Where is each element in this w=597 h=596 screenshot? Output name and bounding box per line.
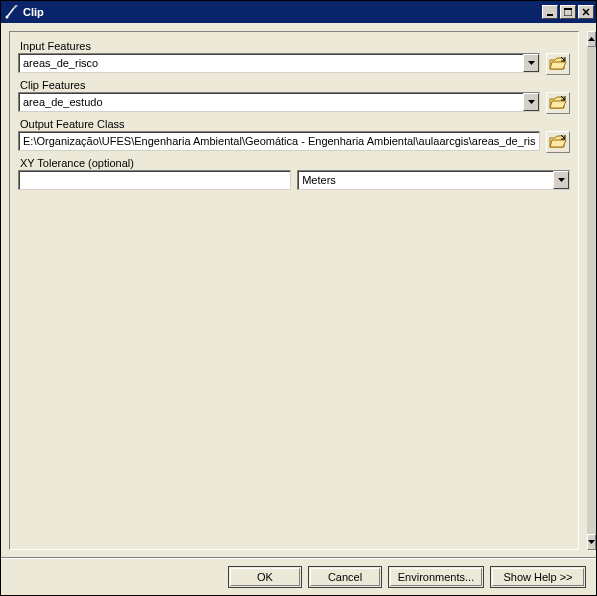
clip-dialog: Clip Input Features	[0, 0, 597, 596]
vertical-scrollbar[interactable]	[587, 31, 596, 550]
output-feature-class-label: Output Feature Class	[18, 116, 570, 131]
ok-button-label: OK	[257, 571, 273, 583]
svg-rect-1	[547, 14, 553, 16]
clip-features-combo[interactable]: area_de_estudo	[18, 92, 540, 112]
input-features-value: areas_de_risco	[19, 57, 523, 69]
scroll-down-button[interactable]	[587, 534, 596, 550]
chevron-down-icon[interactable]	[523, 54, 539, 72]
close-button[interactable]	[578, 5, 594, 19]
show-help-button-label: Show Help >>	[503, 571, 572, 583]
output-feature-class-browse-button[interactable]	[546, 131, 570, 153]
xy-tolerance-units-combo[interactable]: Meters	[297, 170, 570, 190]
output-feature-class-value: E:\Organização\UFES\Engenharia Ambiental…	[19, 135, 539, 147]
output-feature-class-group: Output Feature Class E:\Organização\UFES…	[18, 116, 570, 153]
clip-features-value: area_de_estudo	[19, 96, 523, 108]
ok-button[interactable]: OK	[228, 566, 302, 588]
input-features-group: Input Features areas_de_risco	[18, 38, 570, 75]
form-panel-outer: Input Features areas_de_risco	[1, 23, 587, 558]
xy-tolerance-group: XY Tolerance (optional) Meters	[18, 155, 570, 190]
svg-point-0	[6, 16, 9, 19]
clip-features-browse-button[interactable]	[546, 92, 570, 114]
form-panel: Input Features areas_de_risco	[9, 31, 579, 550]
input-features-browse-button[interactable]	[546, 53, 570, 75]
clip-features-group: Clip Features area_de_estudo	[18, 77, 570, 114]
output-feature-class-input[interactable]: E:\Organização\UFES\Engenharia Ambiental…	[18, 131, 540, 151]
cancel-button-label: Cancel	[328, 571, 362, 583]
cancel-button[interactable]: Cancel	[308, 566, 382, 588]
footer: OK Cancel Environments... Show Help >>	[1, 558, 596, 595]
xy-tolerance-units-value: Meters	[298, 174, 553, 186]
svg-rect-3	[564, 8, 572, 10]
client-area: Input Features areas_de_risco	[1, 23, 596, 595]
environments-button[interactable]: Environments...	[388, 566, 484, 588]
chevron-down-icon[interactable]	[553, 171, 569, 189]
xy-tolerance-label: XY Tolerance (optional)	[18, 155, 570, 170]
tool-icon	[5, 5, 19, 19]
xy-tolerance-input[interactable]	[18, 170, 291, 190]
window-controls	[540, 1, 596, 23]
chevron-down-icon[interactable]	[523, 93, 539, 111]
scroll-up-button[interactable]	[587, 31, 596, 47]
show-help-button[interactable]: Show Help >>	[490, 566, 586, 588]
window-title: Clip	[19, 6, 540, 18]
maximize-button[interactable]	[560, 5, 576, 19]
titlebar: Clip	[1, 1, 596, 23]
scroll-track[interactable]	[587, 47, 596, 534]
minimize-button[interactable]	[542, 5, 558, 19]
environments-button-label: Environments...	[398, 571, 474, 583]
input-features-label: Input Features	[18, 38, 570, 53]
body-area: Input Features areas_de_risco	[1, 23, 596, 558]
clip-features-label: Clip Features	[18, 77, 570, 92]
input-features-combo[interactable]: areas_de_risco	[18, 53, 540, 73]
